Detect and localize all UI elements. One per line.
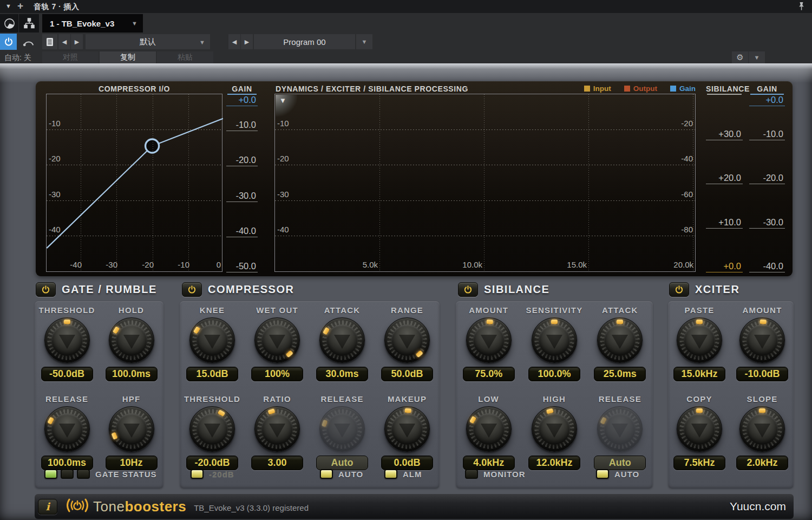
sibilance-meter: SIBILANCE +30.0+20.0+10.0+0.0 [706,81,743,276]
gate-hpf-knob[interactable] [109,406,154,452]
comp-release-value[interactable]: Auto [316,456,368,470]
xc-copy-value[interactable]: 7.5kHz [673,456,725,470]
preset-menu-icon[interactable] [42,34,57,49]
comp-range-knob[interactable] [384,317,430,363]
sib-low-value[interactable]: 4.0kHz [463,456,515,470]
sib-release-knob[interactable] [597,406,643,452]
comp-attack-knob[interactable] [319,317,365,363]
gate-threshold-knob[interactable] [44,317,90,363]
program-dropdown[interactable]: Program 00 [254,34,355,49]
collapse-icon[interactable]: ▼ [5,3,11,9]
sib-monitor-led[interactable] [465,469,478,479]
gate-release-knob[interactable] [44,406,90,452]
knob-indicator [313,400,371,458]
knob-indicator [590,399,651,460]
gate-power-button[interactable] [36,282,56,297]
program-next-button[interactable]: ▶ [241,34,253,49]
bypass-knob-icon[interactable] [0,14,18,32]
gain-meter-left: GAIN +0.0-10.0-20.0-30.0-40.0-50.0 [226,81,258,276]
xc-copy-knob[interactable] [677,406,722,452]
comp-ratio-value[interactable]: 3.00 [251,456,303,470]
brand-name: Toneboosters [93,498,186,515]
gate-threshold-value[interactable]: -50.0dB [41,367,93,381]
comp-threshold-knob[interactable] [189,406,235,452]
sib-release-value[interactable]: Auto [594,456,646,470]
gate-hold-knob[interactable] [109,317,154,363]
y-tick-label: -30 [277,190,289,199]
sib-attack-knob[interactable] [597,317,643,363]
copy-button[interactable]: 复制 [100,51,156,63]
comp-threshold-value[interactable]: -20.0dB [186,456,238,470]
knob-indicator [248,400,306,458]
legend-swatch [584,86,590,92]
sib-auto-toggle: AUTO [596,469,639,479]
paste-button[interactable]: 粘贴 [157,51,213,63]
program-dropdown-button[interactable]: ▼ [356,34,372,49]
gridline [47,165,222,165]
comp-knee-knob[interactable] [189,317,235,363]
legend-item: Gain [670,84,696,93]
gate-status-led[interactable] [44,469,57,479]
comp-ratio-knob[interactable] [254,406,300,452]
sib-auto-led[interactable] [596,469,609,479]
gate-hpf-value[interactable]: 10Hz [106,456,158,470]
gate-status-led[interactable] [61,469,74,479]
plugin-power-button[interactable] [0,34,17,50]
xc-paste-knob[interactable] [677,317,722,363]
xc-slope-knob[interactable] [739,406,785,452]
dry-wet-mix-icon[interactable] [18,34,38,50]
compare-button[interactable]: 对照 [42,51,99,63]
sibilance-power-button[interactable] [458,282,478,297]
xc-slope-value[interactable]: 2.0kHz [736,456,788,470]
graph-display-options[interactable]: ▼ [276,95,297,116]
meter-tick: -20.0 [749,173,785,184]
knob-indicator [677,317,722,363]
routing-icon[interactable] [19,14,39,32]
comp-knee-value[interactable]: 15.0dB [186,367,238,381]
compressor-power-button[interactable] [182,282,202,297]
sib-high-knob[interactable] [532,406,577,452]
comp-auto-led[interactable] [320,469,333,479]
section-header-compressor: COMPRESSOR [182,282,294,297]
gear-icon[interactable]: ⚙ [732,51,748,63]
gate-release-value[interactable]: 100.0ms [41,456,93,470]
meter-underline [707,94,742,95]
top-highlight [0,63,812,83]
meter-tick: +0.0 [749,95,785,106]
y-tick-label: -20 [49,154,61,163]
gate-hold-value[interactable]: 100.0ms [106,367,158,381]
sib-sensitivity-knob[interactable] [532,317,577,363]
xciter-power-button[interactable] [669,282,689,297]
chevron-down-icon: ▼ [199,39,205,46]
sib-sensitivity-value[interactable]: 100.0% [528,367,580,381]
comp-alm-led[interactable] [384,469,397,479]
knob-indicator [100,309,162,372]
comp-wet-out-knob[interactable] [254,317,300,363]
xc-paste-value[interactable]: 15.0kHz [673,367,725,381]
sib-high-value[interactable]: 12.0kHz [528,456,580,470]
preset-prev-button[interactable]: ◀ [58,34,70,49]
plugin-selector[interactable]: 1 - TB_Evoke_v3 ▼ [42,14,143,32]
info-button[interactable]: i [38,499,57,515]
sib-low-knob[interactable] [466,406,512,452]
sib-attack-value[interactable]: 25.0ms [594,367,646,381]
xc-amount-knob[interactable] [739,317,785,363]
watermark: Yuucn.com [730,500,786,513]
comp-release-knob[interactable] [319,406,365,452]
add-icon[interactable]: + [17,0,23,12]
pin-icon[interactable] [797,2,806,13]
comp-makeup-value[interactable]: 0.0dB [381,456,433,470]
comp-threshold-20db-led[interactable] [191,469,204,479]
comp-makeup-knob[interactable] [384,406,430,452]
program-prev-button[interactable]: ◀ [228,34,240,49]
xc-amount-value[interactable]: -10.0dB [736,367,788,381]
preset-next-button[interactable]: ▶ [71,34,83,49]
x-tick-label: 15.0k [561,260,587,269]
settings-dropdown-button[interactable]: ▼ [749,51,765,63]
meter-tick: +10.0 [706,217,743,229]
comp-attack-value[interactable]: 30.0ms [316,367,368,381]
gate-status-led[interactable] [77,469,90,479]
sib-amount-knob[interactable] [466,317,512,363]
preset-dropdown[interactable]: 默认 ▼ [86,34,210,49]
sib-amount-value[interactable]: 75.0% [463,367,515,381]
